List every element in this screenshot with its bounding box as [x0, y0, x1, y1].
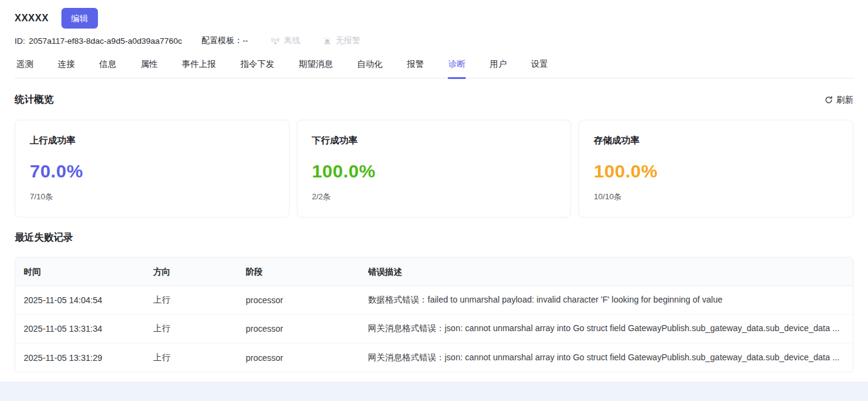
failures-title: 最近失败记录 [15, 231, 853, 244]
stat-card-downlink: 下行成功率 100.0% 2/2条 [297, 120, 572, 218]
device-detail-panel: XXXXX 编辑 ID:2057a117-ef83-8dac-a9d5-a0d3… [0, 0, 868, 382]
alarm-status: 无报警 [322, 35, 361, 46]
stat-card-count: 10/10条 [594, 191, 838, 202]
cell-time: 2025-11-05 14:04:54 [15, 295, 145, 305]
stat-card-storage: 存储成功率 100.0% 10/10条 [578, 120, 853, 218]
config-template: 配置模板：-- [201, 35, 248, 46]
tab-expected-msg[interactable]: 期望消息 [299, 59, 333, 78]
stat-card-title: 下行成功率 [312, 135, 557, 146]
edit-button[interactable]: 编辑 [61, 8, 98, 29]
connection-status: 离线 [270, 35, 300, 46]
tab-event-report[interactable]: 事件上报 [182, 59, 216, 78]
tab-attributes[interactable]: 属性 [141, 59, 158, 78]
stat-card-count: 2/2条 [312, 191, 557, 202]
table-header-row: 时间 方向 阶段 错误描述 [15, 258, 853, 286]
header: XXXXX 编辑 [15, 0, 853, 29]
stat-card-title: 上行成功率 [30, 135, 274, 146]
broadcast-icon [270, 36, 280, 46]
cell-error: 网关消息格式错误：json: cannot unmarshal array in… [359, 323, 853, 334]
tab-connection[interactable]: 连接 [58, 59, 75, 78]
cell-time: 2025-11-05 13:31:29 [15, 353, 145, 363]
failures-table: 时间 方向 阶段 错误描述 2025-11-05 14:04:54 上行 pro… [15, 257, 853, 372]
offline-status-label: 离线 [284, 35, 300, 46]
tab-telemetry[interactable]: 遥测 [16, 59, 33, 78]
config-template-label: 配置模板： [201, 36, 243, 45]
siren-icon [322, 36, 332, 46]
stat-card-title: 存储成功率 [594, 135, 838, 146]
stat-card-value: 100.0% [594, 161, 838, 182]
device-id-label: ID: [15, 36, 25, 46]
cell-direction: 上行 [145, 295, 237, 306]
stat-card-uplink: 上行成功率 70.0% 7/10条 [15, 120, 290, 218]
cell-error: 网关消息格式错误：json: cannot unmarshal array in… [359, 352, 853, 363]
stat-card-value: 100.0% [312, 161, 557, 182]
tab-bar: 遥测 连接 信息 属性 事件上报 指令下发 期望消息 自动化 报警 诊断 用户 … [15, 59, 853, 78]
tab-settings[interactable]: 设置 [531, 59, 548, 78]
refresh-button[interactable]: 刷新 [824, 95, 853, 106]
tab-diagnosis[interactable]: 诊断 [448, 59, 465, 78]
stat-card-count: 7/10条 [30, 191, 274, 202]
tab-info[interactable]: 信息 [99, 59, 116, 78]
device-meta-row: ID:2057a117-ef83-8dac-a9d5-a0d39aa7760c … [15, 35, 853, 46]
config-template-value: -- [243, 36, 248, 45]
col-header-time: 时间 [15, 258, 145, 286]
cell-direction: 上行 [145, 352, 237, 363]
cell-direction: 上行 [145, 323, 237, 334]
tab-command-send[interactable]: 指令下发 [240, 59, 274, 78]
tab-alarm[interactable]: 报警 [407, 59, 424, 78]
device-id-value: 2057a117-ef83-8dac-a9d5-a0d39aa7760c [29, 36, 182, 46]
tab-automation[interactable]: 自动化 [357, 59, 383, 78]
overview-section-head: 统计概览 刷新 [15, 94, 853, 106]
table-row: 2025-11-05 13:31:29 上行 processor 网关消息格式错… [15, 343, 853, 372]
tab-users[interactable]: 用户 [490, 59, 507, 78]
cell-stage: processor [237, 324, 359, 334]
stat-cards: 上行成功率 70.0% 7/10条 下行成功率 100.0% 2/2条 存储成功… [15, 120, 853, 218]
table-row: 2025-11-05 13:31:34 上行 processor 网关消息格式错… [15, 315, 853, 343]
table-row: 2025-11-05 14:04:54 上行 processor 数据格式错误：… [15, 286, 853, 315]
col-header-direction: 方向 [145, 258, 237, 286]
refresh-label: 刷新 [836, 95, 853, 106]
cell-error: 数据格式错误：failed to unmarshal payload: inva… [359, 295, 853, 306]
device-id: ID:2057a117-ef83-8dac-a9d5-a0d39aa7760c [15, 36, 182, 46]
no-alarm-status-label: 无报警 [336, 35, 361, 46]
col-header-stage: 阶段 [237, 258, 359, 286]
refresh-icon [824, 95, 833, 105]
stat-card-value: 70.0% [30, 161, 274, 182]
cell-stage: processor [237, 295, 359, 305]
overview-title: 统计概览 [15, 94, 54, 106]
device-title: XXXXX [15, 13, 49, 24]
cell-time: 2025-11-05 13:31:34 [15, 324, 145, 334]
col-header-error: 错误描述 [359, 258, 853, 286]
cell-stage: processor [237, 353, 359, 363]
